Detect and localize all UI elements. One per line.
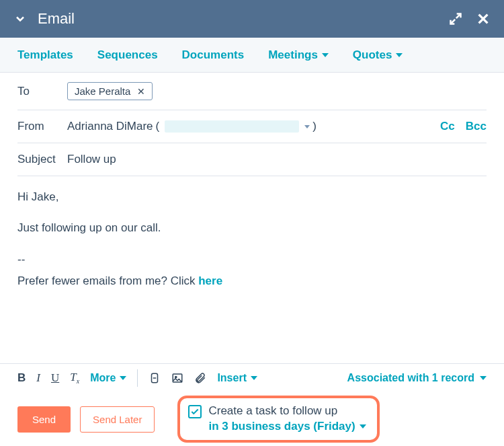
underline-button[interactable]: U bbox=[51, 371, 59, 385]
chevron-down-icon bbox=[360, 424, 366, 429]
action-bar: Send Send Later Create a task to follow … bbox=[0, 392, 504, 446]
from-label: From bbox=[17, 120, 67, 133]
recipient-chip[interactable]: Jake Peralta ✕ bbox=[67, 82, 153, 100]
followup-schedule-label: in 3 business days (Friday) bbox=[208, 419, 355, 435]
signature-line: Prefer fewer emails from me? Click here bbox=[17, 272, 487, 290]
followup-text: Create a task to follow up bbox=[208, 404, 366, 419]
compose-toolbar: Templates Sequences Documents Meetings Q… bbox=[0, 38, 504, 73]
italic-button[interactable]: I bbox=[36, 371, 40, 385]
body-line: Just following up on our call. bbox=[17, 219, 487, 237]
link-icon[interactable] bbox=[149, 372, 161, 384]
chevron-down-icon bbox=[480, 376, 487, 380]
bcc-button[interactable]: Bcc bbox=[466, 120, 487, 133]
from-selector[interactable]: Adrianna DiMare ( ) bbox=[67, 120, 317, 133]
email-body-editor[interactable]: Hi Jake, Just following up on our call. … bbox=[17, 176, 487, 302]
body-line: Hi Jake, bbox=[17, 188, 487, 206]
collapse-icon[interactable] bbox=[13, 12, 27, 26]
followup-callout: Create a task to follow up in 3 business… bbox=[177, 396, 379, 443]
signature-separator: -- bbox=[17, 251, 487, 268]
subject-label: Subject bbox=[17, 153, 67, 166]
associated-records[interactable]: Associated with 1 record bbox=[347, 372, 487, 384]
subject-input[interactable]: Follow up bbox=[67, 153, 116, 166]
toolbar-templates[interactable]: Templates bbox=[17, 48, 73, 62]
chevron-down-icon bbox=[251, 376, 257, 380]
attachment-icon[interactable] bbox=[194, 372, 206, 384]
chevron-down-icon bbox=[396, 53, 403, 57]
from-open-paren: ( bbox=[156, 120, 160, 133]
followup-schedule[interactable]: in 3 business days (Friday) bbox=[208, 419, 366, 435]
from-field-row: From Adrianna DiMare ( ) Cc Bcc bbox=[17, 110, 487, 143]
signature-link[interactable]: here bbox=[198, 274, 222, 287]
image-icon[interactable] bbox=[171, 372, 183, 384]
chevron-down-icon bbox=[322, 53, 329, 57]
to-label: To bbox=[17, 85, 67, 98]
followup-checkbox[interactable] bbox=[188, 405, 202, 418]
recipient-name: Jake Peralta bbox=[75, 85, 130, 97]
toolbar-documents[interactable]: Documents bbox=[182, 48, 245, 62]
toolbar-sequences[interactable]: Sequences bbox=[97, 48, 158, 62]
send-later-button[interactable]: Send Later bbox=[80, 406, 155, 433]
chevron-down-icon bbox=[120, 376, 126, 380]
send-button[interactable]: Send bbox=[17, 406, 71, 433]
clear-format-button[interactable]: Tx bbox=[70, 371, 79, 385]
cc-button[interactable]: Cc bbox=[440, 120, 455, 133]
more-label: More bbox=[90, 372, 116, 384]
toolbar-quotes-label: Quotes bbox=[353, 48, 392, 62]
toolbar-meetings[interactable]: Meetings bbox=[268, 48, 329, 62]
to-field-row: To Jake Peralta ✕ bbox=[17, 73, 487, 110]
more-format-button[interactable]: More bbox=[90, 372, 126, 384]
chip-remove-icon[interactable]: ✕ bbox=[137, 86, 145, 97]
format-bar: B I U Tx More Insert Associated with 1 r… bbox=[0, 363, 504, 392]
from-name: Adrianna DiMare bbox=[67, 120, 153, 133]
bold-button[interactable]: B bbox=[17, 371, 26, 385]
insert-label: Insert bbox=[217, 372, 247, 384]
panel-title: Email bbox=[38, 10, 75, 28]
chevron-down-icon bbox=[304, 125, 310, 128]
subject-field-row: Subject Follow up bbox=[17, 143, 487, 176]
toolbar-quotes[interactable]: Quotes bbox=[353, 48, 403, 62]
panel-header: Email bbox=[0, 0, 504, 38]
toolbar-meetings-label: Meetings bbox=[268, 48, 318, 62]
divider bbox=[137, 369, 138, 387]
signature-text: Prefer fewer emails from me? Click bbox=[17, 274, 198, 287]
svg-point-5 bbox=[175, 376, 177, 377]
from-email-hidden bbox=[165, 120, 299, 133]
from-close-paren: ) bbox=[312, 120, 317, 133]
close-icon[interactable] bbox=[476, 11, 491, 26]
expand-icon[interactable] bbox=[449, 12, 462, 26]
associated-label: Associated with 1 record bbox=[347, 372, 474, 384]
insert-button[interactable]: Insert bbox=[217, 372, 257, 384]
